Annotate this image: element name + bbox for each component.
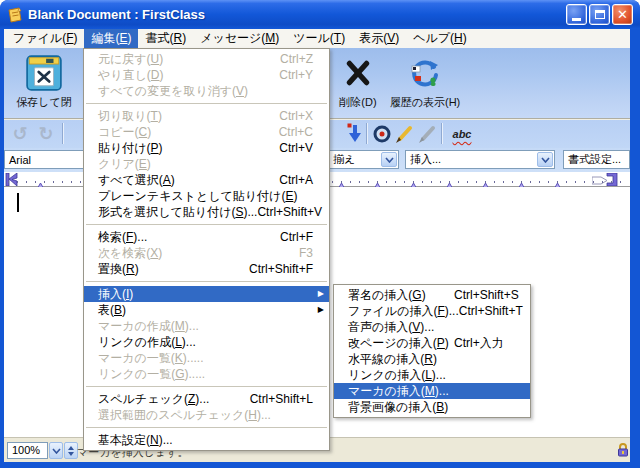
zoom-level[interactable]: 100% [7, 442, 48, 459]
edit-menu: 元に戻す(U)Ctrl+Zやり直し(D)Ctrl+Yすべての変更を取り消す(V)… [83, 48, 330, 451]
menu-item-label: 選択範囲のスペルチェック(H)... [98, 407, 271, 424]
ruler-tick [17, 181, 18, 183]
pen-disabled-button[interactable] [415, 122, 439, 146]
menu-item[interactable]: 表(B)▶ [84, 302, 329, 318]
menu-item-label: リンクの挿入(L)... [348, 367, 454, 384]
menu-item-shortcut: Ctrl+A [279, 173, 329, 187]
window-controls: ✕ [566, 4, 633, 25]
menu-item-label: クリア(E) [98, 156, 151, 173]
menu-item[interactable]: プレーンテキストとして貼り付け(E) [84, 188, 329, 204]
menu-item[interactable]: リンクの挿入(L)... [334, 367, 530, 383]
zoom-spinner[interactable] [64, 442, 78, 459]
ruler-tick [422, 181, 423, 183]
menu-item-label: すべての変更を取り消す(V) [98, 83, 248, 100]
menu-item-label: マーカの作成(M)... [98, 318, 199, 335]
ruler-tick [530, 181, 531, 183]
menu-item-label: ファイルの挿入(F)... [348, 303, 459, 320]
ruler-tick [368, 181, 369, 183]
menu-item[interactable]: 水平線の挿入(R) [334, 351, 530, 367]
right-margin-marker[interactable] [605, 173, 619, 186]
menu-item: リンクの一覧(G)..... [84, 366, 329, 382]
menu-item-label: やり直し(D) [98, 67, 164, 84]
save-close-floppy-icon [25, 52, 63, 94]
menu-item[interactable]: 置換(R)Ctrl+Shift+F [84, 261, 329, 277]
menubar-item-3[interactable]: メッセージ(M) [193, 29, 286, 48]
menu-separator [86, 103, 327, 104]
menu-item-label: リンクの作成(L)... [98, 334, 196, 351]
menu-item[interactable]: 署名の挿入(G)Ctrl+Shift+S [334, 287, 530, 303]
pen-button[interactable] [392, 122, 416, 146]
ruler-tick [53, 181, 54, 183]
menu-item-label: リンクの一覧(G)..... [98, 366, 205, 383]
menu-item[interactable]: マーカの挿入(M)... [334, 383, 530, 399]
menu-item[interactable]: 背景画像の挿入(B) [334, 399, 530, 415]
ruler-tick [575, 181, 576, 183]
menu-item[interactable]: 挿入(I)▶ [84, 286, 329, 302]
spellcheck-button[interactable]: abc [447, 122, 477, 146]
ruler-tick [611, 181, 612, 183]
ruler-tick [8, 181, 9, 183]
format-combo[interactable]: 書式設定... [563, 150, 630, 169]
delete-x-icon [343, 52, 373, 94]
minimize-button[interactable] [566, 4, 587, 25]
zoom-dropdown-button[interactable] [49, 442, 63, 459]
window-title: Blank Document : FirstClass [28, 7, 205, 22]
menu-item-shortcut: F3 [299, 246, 329, 260]
ruler-tick [71, 181, 72, 183]
history-button[interactable]: 履歴の表示(H) [384, 52, 466, 114]
menu-item-label: すべて選択(A) [98, 172, 175, 189]
ruler-tick [494, 181, 495, 183]
titlebar: Blank Document : FirstClass ✕ [0, 0, 640, 29]
menu-item-shortcut: Ctrl+X [279, 109, 329, 123]
undo-icon: ↺ [12, 125, 27, 143]
insert-marker-button[interactable] [343, 122, 367, 146]
menu-item[interactable]: ファイルの挿入(F)...Ctrl+Shift+T [334, 303, 530, 319]
menu-item[interactable]: リンクの作成(L)... [84, 334, 329, 350]
ruler-tick [80, 181, 81, 183]
ruler-tick [548, 181, 549, 183]
chevron-down-icon [52, 448, 61, 454]
delete-button[interactable]: 削除(D) [332, 52, 384, 114]
menu-item[interactable]: すべて選択(A)Ctrl+A [84, 172, 329, 188]
menubar-item-6[interactable]: ヘルプ(H) [406, 29, 474, 48]
ruler-tick [503, 181, 504, 183]
menubar-item-5[interactable]: 表示(V) [352, 29, 406, 48]
dropdown-arrow-icon[interactable] [537, 152, 553, 167]
menubar-item-2[interactable]: 書式(R) [138, 29, 193, 48]
menu-item[interactable]: 検索(F)...Ctrl+F [84, 229, 329, 245]
menubar-item-1[interactable]: 編集(E) [84, 29, 138, 48]
menu-item[interactable]: 音声の挿入(V)... [334, 319, 530, 335]
insert-combo[interactable]: 挿入... [405, 150, 555, 169]
menu-item[interactable]: 形式を選択して貼り付け(S)...Ctrl+Shift+V [84, 204, 329, 220]
redo-button[interactable]: ↻ [34, 122, 58, 146]
menu-item: クリア(E) [84, 156, 329, 172]
insert-combo-value: 挿入... [406, 152, 441, 167]
menubar-item-4[interactable]: ツール(T) [286, 29, 352, 48]
menu-separator [86, 224, 327, 225]
close-button[interactable]: ✕ [612, 4, 633, 25]
menubar-item-0[interactable]: ファイル(F) [6, 29, 84, 48]
dropdown-arrow-icon[interactable] [381, 152, 397, 167]
menu-item-label: 表(B) [98, 302, 126, 319]
menu-item[interactable]: 改ページの挿入(P)Ctrl+入力 [334, 335, 530, 351]
menu-item-label: 水平線の挿入(R) [348, 351, 454, 368]
menu-item-shortcut: Ctrl+Shift+F [249, 262, 329, 276]
undo-button[interactable]: ↺ [8, 122, 32, 146]
left-margin-marker[interactable] [5, 173, 19, 186]
menu-item-label: マーカの挿入(M)... [348, 383, 454, 400]
menu-item: 切り取り(T)Ctrl+X [84, 108, 329, 124]
save-close-button[interactable]: 保存して閉 [5, 52, 83, 114]
menu-item[interactable]: 基本設定(N)... [84, 432, 329, 448]
menu-item-label: 署名の挿入(G) [348, 287, 454, 304]
target-button[interactable] [370, 122, 394, 146]
menu-item-shortcut: Ctrl+F [280, 230, 329, 244]
ruler-tick [404, 181, 405, 183]
ruler-tick [332, 181, 333, 183]
minimize-icon [572, 18, 581, 21]
ruler-tick [26, 181, 27, 183]
history-icon [409, 52, 441, 94]
menu-item[interactable]: スペルチェック(Z)...Ctrl+Shift+L [84, 391, 329, 407]
menu-item[interactable]: 貼り付け(P)Ctrl+V [84, 140, 329, 156]
maximize-button[interactable] [589, 4, 610, 25]
ruler-tick [467, 181, 468, 183]
